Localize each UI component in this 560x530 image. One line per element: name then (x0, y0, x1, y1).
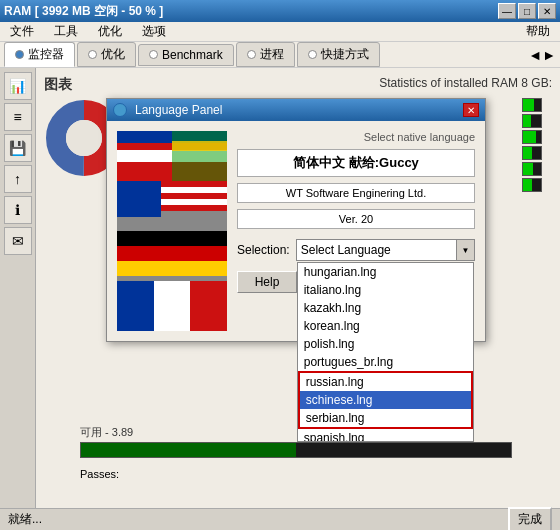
selection-label: Selection: (237, 243, 290, 257)
dialog-body: Select native language 简体中文 献给:Guccy WT … (107, 121, 485, 341)
ver-box: Ver. 20 (237, 209, 475, 229)
tab-process-label: 进程 (260, 46, 284, 63)
bar-fill-6 (523, 179, 532, 191)
tab-radio-shortcut (308, 50, 317, 59)
content-panel: 图表 Statistics of installed RAM 8 GB: 72 … (36, 68, 560, 508)
minimize-button[interactable]: — (498, 3, 516, 19)
avail-bar-fill (81, 443, 296, 457)
selection-dropdown[interactable]: Select Language ▼ hungarian.lng italiano… (296, 239, 475, 261)
dropdown-item-portugues[interactable]: portugues_br.lng (298, 353, 473, 371)
passes-label: Passes: (80, 468, 119, 480)
bar-track-5 (522, 162, 542, 176)
flag-svg (117, 131, 227, 331)
red-border-group: russian.lng schinese.lng serbian.lng (298, 371, 473, 429)
bar-fill-3 (523, 131, 536, 143)
avail-label: 可用 - 3.89 (80, 426, 133, 438)
svg-rect-19 (172, 131, 227, 181)
svg-rect-18 (190, 281, 227, 331)
complete-button[interactable]: 完成 (508, 507, 552, 530)
svg-rect-14 (117, 246, 227, 261)
language-dialog: Language Panel ✕ (106, 98, 486, 342)
chart-header: 图表 Statistics of installed RAM 8 GB: (44, 76, 552, 94)
dropdown-item-korean[interactable]: korean.lng (298, 317, 473, 335)
tab-process[interactable]: 进程 (236, 42, 295, 67)
tab-optimize-label: 优化 (101, 46, 125, 63)
window-title: RAM [ 3992 MB 空闲 - 50 % ] (4, 3, 163, 20)
tab-radio-monitor (15, 50, 24, 59)
maximize-button[interactable]: □ (518, 3, 536, 19)
svg-rect-15 (117, 261, 227, 276)
bar-item-6 (522, 178, 552, 192)
sidebar-icon-memory[interactable]: 💾 (4, 134, 32, 162)
passes-row: Passes: (80, 468, 119, 480)
menu-bar: 文件 工具 优化 选项 帮助 (0, 22, 560, 42)
svg-rect-13 (117, 231, 227, 246)
sidebar: 📊 ≡ 💾 ↑ ℹ ✉ (0, 68, 36, 508)
dropdown-item-polish[interactable]: polish.lng (298, 335, 473, 353)
tab-benchmark-label: Benchmark (162, 48, 223, 62)
sidebar-icon-up[interactable]: ↑ (4, 165, 32, 193)
bar-fill-4 (523, 147, 532, 159)
sidebar-icon-chart[interactable]: 📊 (4, 72, 32, 100)
dialog-title-text: Language Panel (113, 103, 222, 117)
status-bar: 就绪... 完成 (0, 508, 560, 530)
tab-radio-process (247, 50, 256, 59)
dropdown-item-russian[interactable]: russian.lng (300, 373, 471, 391)
sidebar-icon-list[interactable]: ≡ (4, 103, 32, 131)
dialog-title-label: Language Panel (135, 103, 222, 117)
close-button[interactable]: ✕ (538, 3, 556, 19)
flag-collage (117, 131, 227, 331)
dropdown-item-serbian[interactable]: serbian.lng (300, 409, 471, 427)
title-bar: RAM [ 3992 MB 空闲 - 50 % ] — □ ✕ (0, 0, 560, 22)
dropdown-item-schinese[interactable]: schinese.lng (300, 391, 471, 409)
bar-fill-1 (523, 99, 534, 111)
tab-shortcut[interactable]: 快捷方式 (297, 42, 380, 67)
dialog-title-bar: Language Panel ✕ (107, 99, 485, 121)
menu-optimize[interactable]: 优化 (92, 21, 128, 42)
stats-title: Statistics of installed RAM 8 GB: (379, 76, 552, 90)
bar-item-1 (522, 98, 552, 112)
tab-monitor[interactable]: 监控器 (4, 42, 75, 67)
svg-rect-16 (117, 281, 154, 331)
dropdown-list[interactable]: hungarian.lng italiano.lng kazakh.lng ko… (297, 262, 474, 442)
bar-item-4 (522, 146, 552, 160)
menu-file[interactable]: 文件 (4, 21, 40, 42)
help-button[interactable]: Help (237, 271, 297, 293)
dropdown-arrow-icon[interactable]: ▼ (456, 240, 474, 260)
bar-track-4 (522, 146, 542, 160)
sidebar-icon-mail[interactable]: ✉ (4, 227, 32, 255)
bar-item-2 (522, 114, 552, 128)
native-lang-label: Select native language (237, 131, 475, 143)
bar-track-2 (522, 114, 542, 128)
menu-tools[interactable]: 工具 (48, 21, 84, 42)
dropdown-item-italiano[interactable]: italiano.lng (298, 281, 473, 299)
dialog-right: Select native language 简体中文 献给:Guccy WT … (237, 131, 475, 331)
bar-item-3 (522, 130, 552, 144)
svg-point-2 (66, 120, 102, 156)
dropdown-item-hungarian[interactable]: hungarian.lng (298, 263, 473, 281)
tab-benchmark[interactable]: Benchmark (138, 44, 234, 66)
svg-rect-12 (117, 181, 161, 217)
dropdown-item-kazakh[interactable]: kazakh.lng (298, 299, 473, 317)
dropdown-item-spanish[interactable]: spanish.lng (298, 429, 473, 442)
chart-title: 图表 (44, 76, 72, 94)
stats-text: Statistics of installed RAM 8 GB: (379, 76, 552, 90)
dialog-globe-icon (113, 103, 127, 117)
bar-fill-5 (523, 163, 533, 175)
menu-help[interactable]: 帮助 (520, 21, 556, 42)
bar-track-3 (522, 130, 542, 144)
tab-scroll-right[interactable]: ◄► (528, 47, 556, 63)
tab-radio-optimize (88, 50, 97, 59)
tab-optimize[interactable]: 优化 (77, 42, 136, 67)
svg-rect-17 (154, 281, 190, 331)
sidebar-icon-info[interactable]: ℹ (4, 196, 32, 224)
svg-rect-20 (172, 141, 227, 151)
bar-chart-area (522, 98, 552, 298)
tab-shortcut-label: 快捷方式 (321, 46, 369, 63)
dropdown-current-value: Select Language (297, 243, 456, 257)
tab-radio-benchmark (149, 50, 158, 59)
dialog-close-button[interactable]: ✕ (463, 103, 479, 117)
menu-options[interactable]: 选项 (136, 21, 172, 42)
tab-monitor-label: 监控器 (28, 46, 64, 63)
company-box: WT Software Enginering Ltd. (237, 183, 475, 203)
